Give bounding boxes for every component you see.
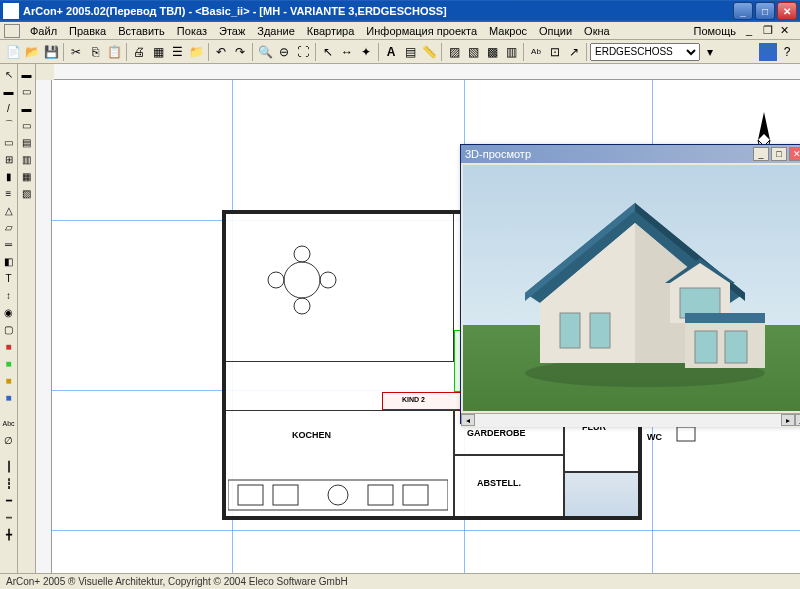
cursor-icon[interactable]: ↗ [565,43,583,61]
menu-insert[interactable]: Вставить [112,24,171,38]
slab-tool-icon[interactable]: ▱ [1,219,17,235]
stair-tool-icon[interactable]: ≡ [1,185,17,201]
door-tool-icon[interactable]: ▭ [1,134,17,150]
minimize-button[interactable]: _ [733,2,753,20]
help-icon[interactable]: ? [778,43,796,61]
menu-windows[interactable]: Окна [578,24,616,38]
wall7-icon[interactable]: ▦ [19,168,35,184]
hatch-icon[interactable]: ▤ [401,43,419,61]
maximize-button[interactable]: □ [755,2,775,20]
beam-tool-icon[interactable]: ═ [1,236,17,252]
hatch3-icon[interactable]: ▩ [483,43,501,61]
save-icon[interactable]: 💾 [42,43,60,61]
scroll-left-icon[interactable]: ◂ [461,414,475,426]
layers-icon[interactable]: ☰ [168,43,186,61]
grid-icon[interactable]: ▦ [149,43,167,61]
preview-close-button[interactable]: ✕ [789,147,800,161]
dim-tool-icon[interactable]: ↕ [1,287,17,303]
drawing-canvas[interactable]: SPEISE HAR KIND 2 KOCHEN [52,80,800,573]
dimension-icon[interactable]: ↔ [338,43,356,61]
mdi-restore-button[interactable]: ❐ [763,24,779,38]
area-tool-icon[interactable]: ▢ [1,321,17,337]
hatch1-icon[interactable]: ▨ [445,43,463,61]
preview-scrollbar[interactable]: ◂ ▸ ◢ [461,413,800,427]
text-icon[interactable]: A [382,43,400,61]
undo-icon[interactable]: ↶ [212,43,230,61]
label-kind2: KIND 2 [402,396,425,403]
scroll-right-icon[interactable]: ▸ [781,414,795,426]
print-icon[interactable]: 🖨 [130,43,148,61]
menu-building[interactable]: Здание [251,24,301,38]
floor-select[interactable]: ERDGESCHOSS [590,43,700,61]
main-toolbar: 📄 📂 💾 ✂ ⎘ 📋 🖨 ▦ ☰ 📁 ↶ ↷ 🔍 ⊖ ⛶ ↖ ↔ ✦ A ▤ … [0,40,800,64]
hatch2-icon[interactable]: ▧ [464,43,482,61]
color3-tool-icon[interactable]: ■ [1,372,17,388]
compass-icon[interactable]: ✦ [357,43,375,61]
wall8-icon[interactable]: ▧ [19,185,35,201]
copy-icon[interactable]: ⎘ [86,43,104,61]
color4-tool-icon[interactable]: ■ [1,389,17,405]
paste-icon[interactable]: 📋 [105,43,123,61]
column-tool-icon[interactable]: ▮ [1,168,17,184]
redo-icon[interactable]: ↷ [231,43,249,61]
wall4-icon[interactable]: ▭ [19,117,35,133]
cut-icon[interactable]: ✂ [67,43,85,61]
label-icon[interactable]: Ab [527,43,545,61]
ruler2-tool-icon[interactable]: ┇ [1,475,17,491]
hatch4-icon[interactable]: ▥ [502,43,520,61]
preview-titlebar[interactable]: 3D-просмотр _ □ ✕ [461,145,800,163]
menu-projectinfo[interactable]: Информация проекта [360,24,483,38]
folder-icon[interactable]: 📁 [187,43,205,61]
zoom-in-icon[interactable]: 🔍 [256,43,274,61]
menu-floor[interactable]: Этаж [213,24,251,38]
guide-h3[interactable] [52,530,800,531]
svg-rect-28 [695,331,717,363]
snap-icon[interactable]: ⊡ [546,43,564,61]
menu-apartment[interactable]: Квартира [301,24,361,38]
misc1-icon[interactable]: ▾ [701,43,719,61]
menu-edit[interactable]: Правка [63,24,112,38]
eraser-tool-icon[interactable]: ∅ [1,432,17,448]
color2-tool-icon[interactable]: ■ [1,355,17,371]
menu-file[interactable]: Файл [24,24,63,38]
select-tool-icon[interactable]: ↖ [1,66,17,82]
ruler3-tool-icon[interactable]: ━ [1,492,17,508]
zoom-out-icon[interactable]: ⊖ [275,43,293,61]
menu-view[interactable]: Показ [171,24,213,38]
mdi-minimize-button[interactable]: _ [746,24,762,38]
new-icon[interactable]: 📄 [4,43,22,61]
view3d-button[interactable] [759,43,777,61]
menu-options[interactable]: Опции [533,24,578,38]
color1-tool-icon[interactable]: ■ [1,338,17,354]
wall6-icon[interactable]: ▥ [19,151,35,167]
wall2-icon[interactable]: ▭ [19,83,35,99]
object-tool-icon[interactable]: ◧ [1,253,17,269]
menu-macro[interactable]: Макрос [483,24,533,38]
wall-tool-icon[interactable]: ▬ [1,83,17,99]
abc-tool-icon[interactable]: Abc [1,415,17,431]
measure-icon[interactable]: 📏 [420,43,438,61]
zoom-fit-icon[interactable]: ⛶ [294,43,312,61]
close-button[interactable]: ✕ [777,2,797,20]
ruler4-tool-icon[interactable]: ┅ [1,509,17,525]
line-tool-icon[interactable]: / [1,100,17,116]
menu-help[interactable]: Помощь [688,24,743,38]
open-icon[interactable]: 📂 [23,43,41,61]
window-tool-icon[interactable]: ⊞ [1,151,17,167]
preview-maximize-button[interactable]: □ [771,147,787,161]
wall3-icon[interactable]: ▬ [19,100,35,116]
level-tool-icon[interactable]: ◉ [1,304,17,320]
ruler1-tool-icon[interactable]: ┃ [1,458,17,474]
roof-tool-icon[interactable]: △ [1,202,17,218]
pointer-icon[interactable]: ↖ [319,43,337,61]
ruler5-tool-icon[interactable]: ╋ [1,526,17,542]
wall5-icon[interactable]: ▤ [19,134,35,150]
mdi-close-button[interactable]: ✕ [780,24,796,38]
text-tool-icon[interactable]: T [1,270,17,286]
statusbar: ArCon+ 2005 ® Visuelle Architektur, Copy… [0,573,800,589]
preview-3d-window[interactable]: 3D-просмотр _ □ ✕ [460,144,800,424]
preview-viewport[interactable] [463,165,800,411]
curve-tool-icon[interactable]: ⌒ [1,117,17,133]
wall1-icon[interactable]: ▬ [19,66,35,82]
preview-minimize-button[interactable]: _ [753,147,769,161]
